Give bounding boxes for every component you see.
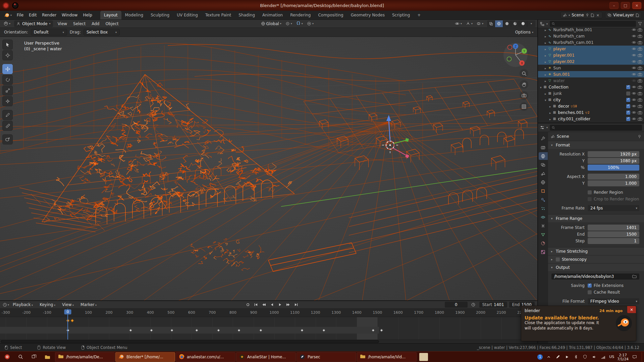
visibility-eye-icon[interactable] (632, 105, 636, 108)
output-path-field[interactable]: /home/amalie/Videos/babylon3 (551, 274, 639, 280)
keyboard-layout-indicator[interactable]: US (609, 355, 614, 359)
render-region-checkbox[interactable] (588, 190, 592, 194)
object-name[interactable]: Collection (549, 85, 569, 89)
object-name[interactable]: player (553, 47, 566, 51)
shading-material-button[interactable] (511, 20, 519, 27)
new-viewlayer-icon[interactable] (636, 13, 639, 17)
snap-toggle[interactable]: ▾ (294, 20, 305, 27)
expand-arrow-icon[interactable] (545, 40, 546, 45)
expand-arrow-icon[interactable] (545, 72, 546, 77)
filter-funnel-icon[interactable] (638, 22, 642, 26)
workspace-tab[interactable]: Compositing (314, 11, 347, 19)
expand-arrow-icon[interactable] (545, 59, 546, 64)
3d-viewport[interactable]: User Perspective (0) _scene | water Z Y … (0, 37, 537, 300)
visibility-eye-icon[interactable] (632, 79, 636, 82)
output-tab-icon[interactable] (539, 152, 548, 160)
start-button[interactable] (1, 352, 13, 362)
collection-checkbox[interactable] (626, 92, 630, 96)
expand-arrow-icon[interactable] (545, 98, 546, 102)
expand-arrow-icon[interactable] (545, 78, 546, 83)
transform-orientation-selector[interactable]: Global ▾ (259, 20, 283, 27)
outliner-row[interactable]: Collection (538, 84, 644, 90)
timeline-menu-item[interactable]: Keying (37, 302, 58, 307)
timeline-scrollbar[interactable] (0, 340, 537, 343)
render-tab-icon[interactable] (539, 143, 548, 151)
window-menu-icon[interactable] (3, 2, 9, 9)
chevron-down-icon[interactable]: ▾ (546, 126, 548, 129)
object-name[interactable]: water (553, 78, 565, 83)
expand-arrow-icon[interactable] (545, 27, 546, 32)
outliner-row[interactable]: water (538, 77, 644, 84)
render-camera-icon[interactable] (638, 105, 642, 108)
particles-tab-icon[interactable] (539, 204, 548, 212)
xray-toggle[interactable] (487, 20, 495, 27)
orthographic-grid-icon[interactable] (520, 102, 528, 111)
mode-selector[interactable]: Object Mode ▾ (14, 20, 53, 27)
workspace-tab[interactable]: Rendering (286, 11, 314, 19)
notification-popup[interactable]: × blender 24 min ago Update available fo… (521, 306, 636, 341)
show-object-types-dropdown[interactable]: ▾ (453, 20, 464, 27)
expand-arrow-icon[interactable] (549, 117, 551, 121)
expand-arrow-icon[interactable] (545, 91, 546, 96)
crop-render-region-checkbox[interactable] (588, 197, 592, 201)
network-icon[interactable] (600, 354, 606, 360)
move-tool[interactable] (2, 64, 13, 74)
frame-range-panel-header[interactable]: ▾ Frame Range (548, 215, 644, 222)
timeline-menu-item[interactable]: View (59, 302, 77, 307)
outliner-row[interactable]: benches.001 2 (538, 109, 644, 116)
collection-checkbox[interactable] (626, 85, 630, 89)
pin-icon[interactable] (638, 135, 641, 138)
menubar-item[interactable]: Render (39, 11, 59, 19)
object-name[interactable]: junk (553, 91, 562, 96)
workspace-tab[interactable]: Shading (235, 11, 259, 19)
outliner-row[interactable]: junk (538, 90, 644, 97)
taskbar-window-button[interactable]: ★ analiestar.com/u/... (176, 352, 235, 362)
workspace-tab[interactable]: Modeling (121, 11, 147, 19)
render-camera-icon[interactable] (638, 66, 642, 70)
jump-to-start-button[interactable] (252, 302, 260, 308)
workspace-tab[interactable]: UV Editing (173, 11, 202, 19)
outliner-row[interactable]: player (538, 46, 644, 52)
scene-tab-icon[interactable] (539, 170, 548, 177)
data-tab-icon[interactable] (539, 231, 548, 238)
viewport-menu-item[interactable]: Select (70, 21, 88, 26)
orientation-dropdown[interactable]: Default ▾ (31, 29, 67, 36)
outliner-row[interactable]: player.002 (538, 58, 644, 65)
taskbar-clock[interactable]: 2:17 7/1/24 (617, 353, 629, 361)
workspace-tab[interactable]: Animation (259, 11, 286, 19)
volume-icon[interactable] (591, 354, 597, 360)
outliner-row[interactable]: NurbsPath_cam.001 (538, 39, 644, 46)
previous-keyframe-button[interactable] (260, 302, 268, 308)
object-name[interactable]: city.001_collider (558, 117, 591, 121)
visibility-eye-icon[interactable] (632, 111, 636, 114)
render-camera-icon[interactable] (638, 41, 642, 44)
format-panel-header[interactable]: ▾ Format (548, 141, 644, 149)
object-name[interactable]: city (553, 98, 561, 102)
outliner-row[interactable]: city.001_collider (538, 116, 644, 122)
render-camera-icon[interactable] (638, 117, 642, 121)
outliner-row[interactable]: decor 18 (538, 103, 644, 109)
folder-icon[interactable] (632, 275, 637, 278)
expand-arrow-icon[interactable] (540, 85, 542, 89)
show-desktop-strip[interactable] (642, 352, 643, 362)
visibility-eye-icon[interactable] (632, 41, 636, 44)
viewport-menu-item[interactable]: Add (89, 21, 102, 26)
render-camera-icon[interactable] (638, 47, 642, 51)
object-name[interactable]: benches.001 (558, 110, 584, 115)
material-tab-icon[interactable] (539, 239, 548, 247)
minimize-button[interactable]: – (609, 2, 619, 9)
transform-tool[interactable] (2, 96, 13, 106)
editor-type-selector[interactable]: ▾ (2, 20, 12, 27)
file-format-dropdown[interactable]: FFmpeg Video (588, 298, 639, 304)
object-tab-icon[interactable] (539, 187, 548, 195)
bluetooth-icon[interactable] (573, 354, 579, 360)
overlays-dropdown[interactable]: ▾ (475, 20, 485, 27)
object-name[interactable]: Sun.001 (553, 72, 570, 77)
outliner-search-input[interactable] (550, 21, 636, 27)
annotate-tool[interactable] (2, 110, 13, 120)
modifiers-tab-icon[interactable] (539, 196, 548, 203)
object-name[interactable]: NurbsPath_cam (553, 34, 585, 39)
timeline-menu-item[interactable]: Playback (10, 302, 36, 307)
auto-key-record-button[interactable] (244, 302, 252, 308)
object-name[interactable]: decor (558, 104, 570, 109)
